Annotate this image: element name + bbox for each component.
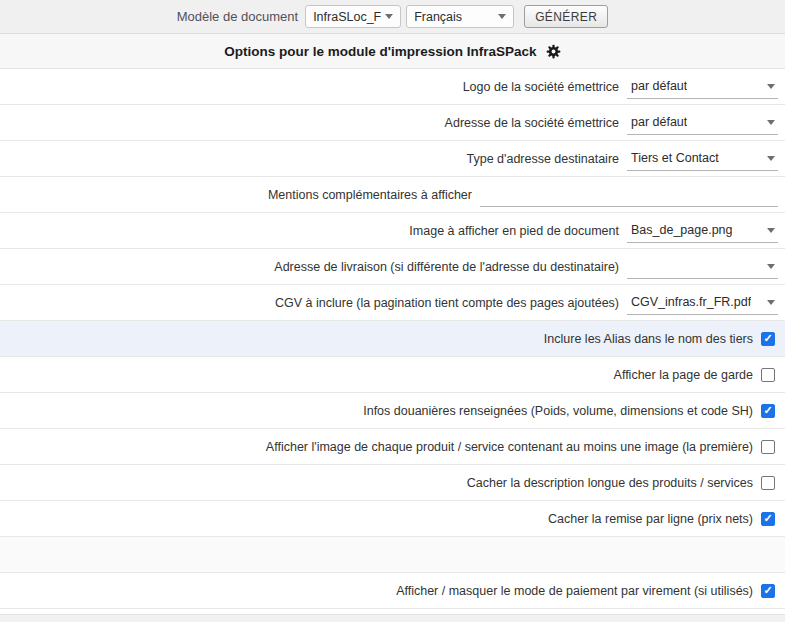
form-row: Infos douanières renseignées (Poids, vol… xyxy=(0,393,785,429)
row-label: Adresse de la société émettrice xyxy=(445,116,619,130)
row-checkbox[interactable]: ✓ xyxy=(761,332,775,346)
row-label: Afficher l'image de chaque produit / ser… xyxy=(266,440,753,454)
select-value: Bas_de_page.png xyxy=(631,223,732,237)
row-label: Inclure les Alias dans le nom des tiers xyxy=(544,332,753,346)
checkmark-icon: ✓ xyxy=(763,513,772,524)
form-row: Cacher la remise par ligne (prix nets) ✓ xyxy=(0,501,785,537)
form-row: CGV à inclure (la pagination tient compt… xyxy=(0,285,785,321)
generate-button[interactable]: GÉNÉRER xyxy=(524,5,608,28)
form-row: Afficher / masquer le mode de paiement p… xyxy=(0,573,785,609)
form-row: Logo de la société émettrice par défaut xyxy=(0,69,785,105)
checkmark-icon: ✓ xyxy=(763,333,772,344)
row-checkbox[interactable]: ✓ xyxy=(761,512,775,526)
select-value: par défaut xyxy=(631,79,687,93)
row-label: Afficher / masquer le mode de paiement p… xyxy=(396,584,753,598)
row-select[interactable]: Tiers et Contact xyxy=(627,147,778,171)
row-select[interactable]: par défaut xyxy=(627,111,778,135)
row-label: Adresse de livraison (si différente de l… xyxy=(274,260,619,274)
row-checkbox[interactable]: ✓ xyxy=(761,440,775,454)
form-row: Afficher la page de garde ✓ xyxy=(0,357,785,393)
form-row: Image à afficher en pied de document Bas… xyxy=(0,213,785,249)
form-row: Mentions complémentaires à afficher xyxy=(0,177,785,213)
options-section-header: Options pour le module d'impression Infr… xyxy=(0,34,785,69)
language-select-value: Français xyxy=(414,10,462,24)
chevron-down-icon xyxy=(498,14,506,19)
row-label: CGV à inclure (la pagination tient compt… xyxy=(275,296,619,310)
row-checkbox[interactable]: ✓ xyxy=(761,404,775,418)
select-value: Tiers et Contact xyxy=(631,151,719,165)
chevron-down-icon xyxy=(767,156,775,161)
form-row: Cacher la description longue des produit… xyxy=(0,465,785,501)
row-label: Image à afficher en pied de document xyxy=(409,224,619,238)
chevron-down-icon xyxy=(767,264,775,269)
options-form: Logo de la société émettrice par défaut … xyxy=(0,69,785,609)
select-value: CGV_infras.fr_FR.pdf xyxy=(631,295,751,309)
select-value: par défaut xyxy=(631,115,687,129)
form-row: Type d'adresse destinataire Tiers et Con… xyxy=(0,141,785,177)
row-label: Cacher la description longue des produit… xyxy=(467,476,753,490)
form-row: Adresse de la société émettrice par défa… xyxy=(0,105,785,141)
model-select[interactable]: InfraSLoc_F xyxy=(305,5,401,28)
form-row: Adresse de livraison (si différente de l… xyxy=(0,249,785,285)
language-select[interactable]: Français xyxy=(406,5,514,28)
form-row: Afficher l'image de chaque produit / ser… xyxy=(0,429,785,465)
chevron-down-icon xyxy=(767,300,775,305)
row-select[interactable] xyxy=(627,255,778,279)
row-checkbox[interactable]: ✓ xyxy=(761,476,775,490)
checkmark-icon: ✓ xyxy=(763,585,772,596)
chevron-down-icon xyxy=(767,120,775,125)
row-select[interactable]: par défaut xyxy=(627,75,778,99)
chevron-down-icon xyxy=(767,228,775,233)
row-text-input[interactable] xyxy=(480,183,778,207)
checkmark-icon: ✓ xyxy=(763,405,772,416)
row-checkbox[interactable]: ✓ xyxy=(761,584,775,598)
row-label: Type d'adresse destinataire xyxy=(467,152,619,166)
document-model-toolbar: Modèle de document InfraSLoc_F Français … xyxy=(0,0,785,34)
next-section-edge xyxy=(0,614,785,622)
form-row: Inclure les Alias dans le nom des tiers … xyxy=(0,321,785,357)
model-select-value: InfraSLoc_F xyxy=(313,10,381,24)
row-checkbox[interactable]: ✓ xyxy=(761,368,775,382)
row-label: Mentions complémentaires à afficher xyxy=(268,188,472,202)
row-select[interactable]: Bas_de_page.png xyxy=(627,219,778,243)
row-label: Infos douanières renseignées (Poids, vol… xyxy=(363,404,753,418)
row-label: Logo de la société émettrice xyxy=(463,80,619,94)
page-title: Options pour le module d'impression Infr… xyxy=(224,44,536,59)
model-label: Modèle de document xyxy=(177,9,298,24)
row-select[interactable]: CGV_infras.fr_FR.pdf xyxy=(627,291,778,315)
row-label: Cacher la remise par ligne (prix nets) xyxy=(548,512,753,526)
row-label: Afficher la page de garde xyxy=(614,368,753,382)
chevron-down-icon xyxy=(385,14,393,19)
form-row xyxy=(0,537,785,573)
gear-icon[interactable] xyxy=(546,44,561,59)
chevron-down-icon xyxy=(767,84,775,89)
